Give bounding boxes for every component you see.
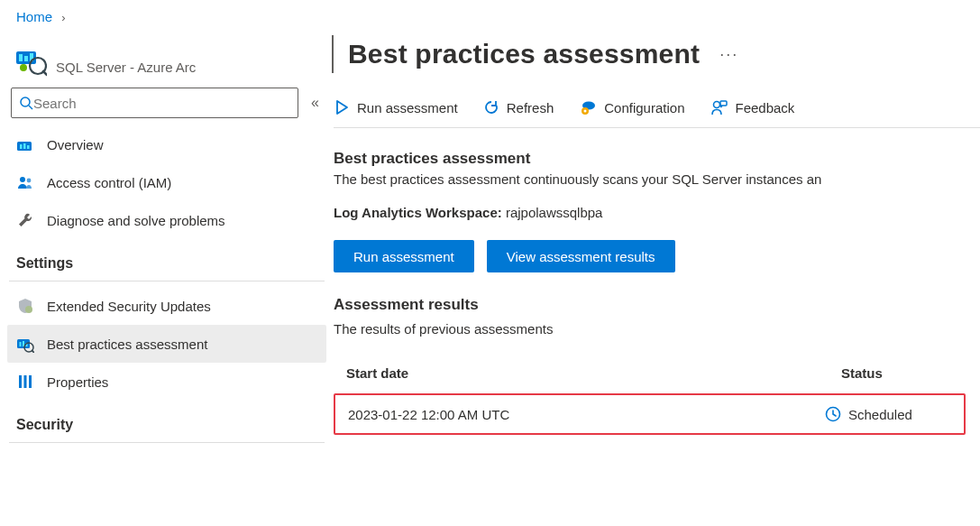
column-status: Status: [841, 365, 967, 381]
section-security: Security: [7, 401, 326, 438]
toolbar-label: Refresh: [507, 100, 554, 115]
log-analytics-workspace: Log Analytics Workspace: rajpolawssqlbpa: [334, 205, 980, 220]
toolbar-feedback[interactable]: Feedback: [710, 98, 794, 116]
nav-label: Extended Security Updates: [47, 299, 211, 314]
nav-extended-security-updates[interactable]: Extended Security Updates: [7, 287, 326, 325]
run-assessment-button[interactable]: Run assessment: [334, 240, 474, 272]
svg-rect-11: [23, 143, 26, 149]
toolbar-run-assessment[interactable]: Run assessment: [334, 99, 458, 115]
overview-icon: [16, 135, 34, 153]
nav-diagnose[interactable]: Diagnose and solve problems: [7, 201, 326, 239]
nav-access-control[interactable]: Access control (IAM): [7, 163, 326, 201]
svg-rect-23: [24, 375, 27, 388]
assessment-icon: [16, 335, 34, 353]
search-icon: [19, 96, 33, 110]
breadcrumb-home[interactable]: Home: [16, 9, 52, 24]
toolbar-label: Feedback: [735, 100, 794, 115]
chevron-right-icon: ›: [61, 11, 65, 24]
section-heading: Best practices assessment: [334, 150, 980, 168]
page-title: Best practices assessment: [348, 39, 700, 69]
search-input[interactable]: [33, 96, 290, 111]
svg-rect-12: [27, 145, 30, 149]
toolbar-refresh[interactable]: Refresh: [483, 99, 554, 115]
section-settings: Settings: [7, 239, 326, 277]
nav-best-practices-assessment[interactable]: Best practices assessment: [7, 325, 326, 363]
results-table-header: Start date Status: [334, 360, 980, 393]
svg-line-8: [29, 106, 32, 109]
nav-label: Diagnose and solve problems: [47, 213, 225, 228]
wrench-icon: [16, 211, 34, 229]
shield-icon: [16, 297, 34, 315]
feedback-icon: [710, 98, 728, 116]
svg-rect-10: [20, 144, 23, 149]
play-icon: [334, 99, 350, 115]
nav-label: Best practices assessment: [47, 337, 207, 352]
resource-subtitle: SQL Server - Azure Arc: [56, 60, 196, 77]
svg-line-5: [43, 71, 47, 75]
cell-status: Scheduled: [848, 407, 912, 422]
svg-point-14: [27, 179, 32, 183]
svg-rect-1: [19, 54, 23, 61]
toolbar-label: Run assessment: [357, 100, 458, 115]
breadcrumb: Home ›: [0, 0, 980, 28]
sidebar: SQL Server - Azure Arc « Overview Access: [0, 28, 334, 526]
refresh-icon: [483, 99, 499, 115]
resource-header: SQL Server - Azure Arc: [7, 37, 326, 88]
law-label: Log Analytics Workspace:: [334, 205, 502, 220]
svg-point-6: [20, 64, 27, 71]
toolbar-label: Configuration: [604, 100, 684, 115]
svg-point-15: [25, 306, 32, 313]
results-table-row[interactable]: 2023-01-22 12:00 AM UTC Scheduled: [334, 393, 966, 435]
title-divider: [332, 35, 334, 73]
toolbar-configuration[interactable]: Configuration: [579, 98, 684, 116]
svg-point-27: [584, 110, 587, 113]
svg-rect-24: [29, 375, 32, 388]
nav-label: Properties: [47, 374, 108, 390]
column-start-date: Start date: [346, 365, 841, 381]
sql-server-arc-icon: [14, 44, 47, 77]
nav-overview[interactable]: Overview: [7, 125, 326, 163]
view-results-button[interactable]: View assessment results: [487, 240, 675, 272]
command-bar: Run assessment Refresh Configuration Fee…: [334, 78, 980, 128]
svg-point-28: [714, 102, 720, 108]
properties-icon: [16, 373, 34, 391]
nav-properties[interactable]: Properties: [7, 363, 326, 401]
svg-point-7: [21, 97, 30, 106]
clock-icon: [825, 406, 841, 422]
svg-rect-2: [24, 56, 28, 61]
collapse-sidebar-button[interactable]: «: [307, 91, 323, 115]
results-heading: Assessment results: [334, 296, 980, 314]
results-description: The results of previous assessments: [334, 321, 980, 337]
gear-cloud-icon: [579, 98, 597, 116]
cell-start-date: 2023-01-22 12:00 AM UTC: [348, 407, 825, 422]
svg-rect-22: [19, 375, 22, 388]
svg-rect-29: [720, 101, 727, 106]
section-description: The best practices assessment continuous…: [334, 171, 980, 187]
law-value: rajpolawssqlbpa: [506, 205, 603, 220]
svg-point-13: [20, 177, 25, 182]
people-icon: [16, 173, 34, 191]
main-panel: Best practices assessment ··· Run assess…: [334, 28, 980, 526]
svg-rect-17: [20, 342, 22, 346]
nav-label: Overview: [47, 137, 104, 152]
nav-label: Access control (IAM): [47, 175, 171, 190]
more-actions-button[interactable]: ···: [719, 45, 738, 64]
sidebar-search[interactable]: [11, 88, 298, 118]
svg-line-21: [32, 351, 35, 354]
